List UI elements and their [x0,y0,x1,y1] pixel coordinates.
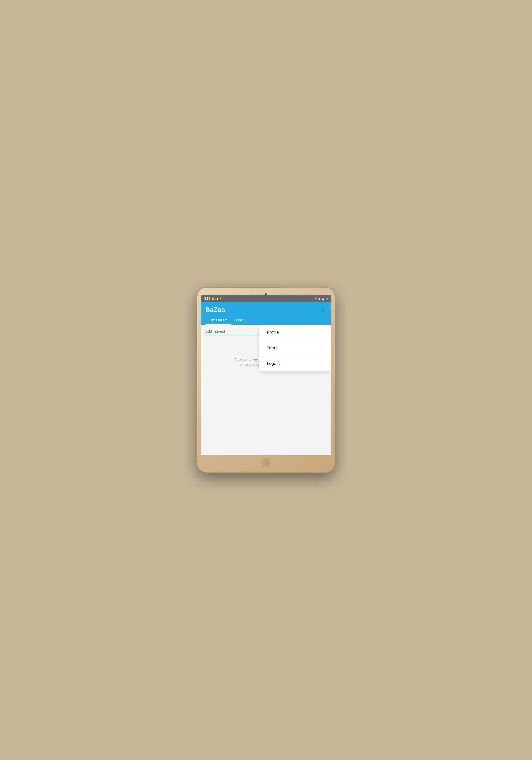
app-logo: BaZaa [205,306,225,313]
tablet-frame: 5:19 🔔 ⊡ • ✱ ▲ ▲ ▭ BaZaa ⋮ [197,288,335,472]
instagram-icon: ⊡ [217,297,218,300]
dot-indicator: • [220,297,221,300]
tab-bar: INTEREST FEED [205,317,327,325]
tablet-screen: 5:19 🔔 ⊡ • ✱ ▲ ▲ ▭ BaZaa ⋮ [201,295,331,455]
battery-icon: ▭ [325,297,328,300]
header-top: BaZaa ⋮ [205,306,327,314]
status-bar: 5:19 🔔 ⊡ • ✱ ▲ ▲ ▭ [201,295,331,302]
status-left: 5:19 🔔 ⊡ • [204,297,221,300]
bluetooth-icon: ✱ [315,297,317,300]
home-button-inner [263,459,269,465]
notification-icon: 🔔 [212,297,215,300]
tab-interest[interactable]: INTEREST [205,317,231,325]
main-content: Type some keywords as per your interest … [201,325,331,455]
app-content: BaZaa ⋮ INTEREST FEED [201,302,331,455]
menu-button[interactable]: ⋮ [319,306,327,314]
dropdown-item-profile[interactable]: Profile [260,325,331,340]
signal-icon: ▲ [322,297,324,300]
app-header: BaZaa ⋮ INTEREST FEED [201,302,331,325]
wifi-icon: ▲ [318,297,321,300]
dropdown-menu: Profile Terms Logout [260,325,331,371]
time-display: 5:19 [204,297,210,300]
tab-feed[interactable]: FEED [231,317,249,325]
dropdown-item-terms[interactable]: Terms [260,340,331,356]
status-right: ✱ ▲ ▲ ▭ [315,297,328,300]
dropdown-item-logout[interactable]: Logout [260,356,331,371]
home-button[interactable] [261,457,271,467]
tablet-camera [265,294,267,296]
